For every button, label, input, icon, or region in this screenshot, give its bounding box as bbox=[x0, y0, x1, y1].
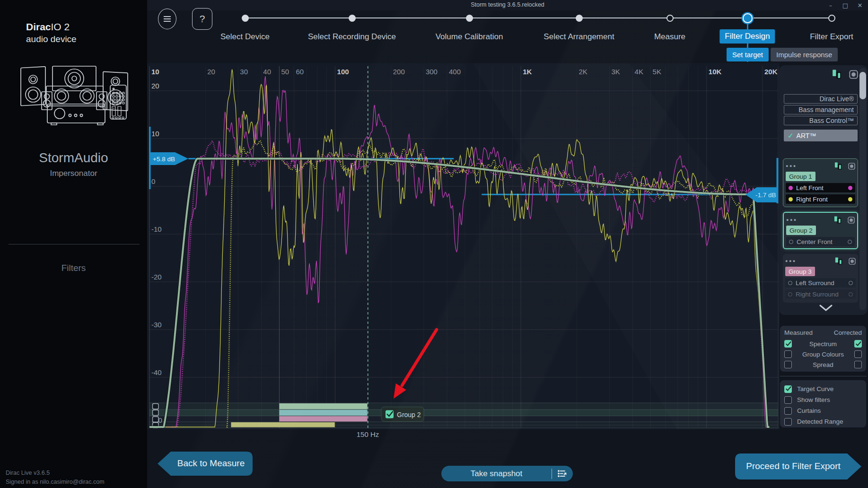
step-label-volume-calibration[interactable]: Volume Calibration bbox=[436, 32, 503, 42]
option-label: Target Curve bbox=[797, 385, 833, 392]
group-card-2[interactable]: ●●● Group 2 Center Front bbox=[783, 212, 858, 249]
measured-corrected-legend: Measured Corrected Spectrum Group Colour… bbox=[780, 326, 866, 372]
step-dot-select-recording-device[interactable] bbox=[349, 15, 356, 22]
filter-range-bar[interactable] bbox=[231, 422, 334, 427]
snapshot-list-icon bbox=[558, 470, 567, 478]
app-root: DiracIO 2 audio device bbox=[0, 0, 868, 488]
step-dot-volume-calibration[interactable] bbox=[466, 15, 473, 22]
filter-range-bar[interactable] bbox=[279, 416, 367, 422]
measured-spectrum-checkbox[interactable] bbox=[784, 340, 792, 348]
mode-button-dirac-live-[interactable]: Dirac Live® bbox=[784, 94, 858, 104]
step-label-select-recording-device[interactable]: Select Recording Device bbox=[308, 32, 396, 42]
legend-row-label: Group Colours bbox=[792, 351, 854, 358]
group-chip[interactable]: Group 2 bbox=[786, 226, 816, 235]
y-tick-label: -20 bbox=[151, 273, 162, 281]
chart-group-tooltip[interactable]: Group 2 bbox=[381, 407, 424, 422]
filter-range-bar[interactable] bbox=[279, 410, 367, 416]
curtains-checkbox[interactable] bbox=[784, 407, 792, 415]
groups-scroll-down-chevron[interactable] bbox=[815, 303, 837, 313]
channel-row-right-front[interactable]: Right Front bbox=[786, 194, 855, 204]
proceed-to-filter-export-button[interactable]: Proceed to Filter Export bbox=[734, 452, 862, 481]
group-layers-icon[interactable] bbox=[834, 216, 842, 224]
group-chip[interactable]: Group 3 bbox=[785, 267, 815, 276]
corrected-spread-checkbox[interactable] bbox=[854, 361, 862, 368]
art-toggle-button[interactable]: ✓ ART™ bbox=[784, 130, 858, 141]
x-tick-label: 40 bbox=[263, 68, 271, 76]
group-layers-icon[interactable] bbox=[834, 162, 842, 170]
group-menu-dots[interactable]: ●●● bbox=[785, 259, 835, 263]
legend-row-label: Spread bbox=[792, 361, 854, 368]
tab-set-target[interactable]: Set target bbox=[727, 48, 769, 61]
group-layers-icon[interactable] bbox=[835, 257, 842, 265]
take-snapshot-button[interactable]: Take snapshot bbox=[441, 466, 573, 481]
option-label: Show filters bbox=[797, 396, 830, 403]
filter-row-checkbox[interactable] bbox=[153, 404, 159, 410]
channel-row-left-surround[interactable]: Left Surround bbox=[785, 278, 856, 288]
app-version-info: Dirac Live v3.6.5 Signed in as nilo.casi… bbox=[6, 469, 105, 487]
snapshot-list-button[interactable] bbox=[552, 470, 573, 478]
group-target-icon[interactable] bbox=[848, 163, 855, 170]
tab-impulse-response[interactable]: Impulse response bbox=[771, 48, 838, 61]
group-card-1[interactable]: ●●● Group 1 Left Front Right Front bbox=[783, 158, 858, 207]
channel-row-left-front[interactable]: Left Front bbox=[786, 183, 855, 192]
group-target-icon[interactable] bbox=[849, 70, 858, 79]
option-label: Curtains bbox=[797, 407, 821, 414]
corrected-group-colours-checkbox[interactable] bbox=[854, 350, 862, 358]
measured-group-colours-checkbox[interactable] bbox=[784, 350, 792, 358]
mode-button-bass-management[interactable]: Bass management bbox=[784, 105, 858, 114]
group-layers-icon[interactable] bbox=[832, 70, 842, 79]
channel-empty-dot bbox=[849, 292, 853, 296]
x-tick-label: 10 bbox=[151, 68, 159, 76]
option-row-target-curve: Target Curve bbox=[784, 383, 862, 394]
option-label: Detected Range bbox=[797, 418, 843, 425]
sidebar-item-filters[interactable]: Filters bbox=[0, 263, 147, 273]
corrected-spectrum-checkbox[interactable] bbox=[854, 340, 862, 348]
step-label-select-device[interactable]: Select Device bbox=[220, 32, 270, 42]
group-menu-dots[interactable]: ●●● bbox=[786, 164, 834, 168]
step-dot-filter-design[interactable] bbox=[743, 13, 753, 23]
step-dot-filter-export[interactable] bbox=[828, 15, 835, 22]
show-filters-checkbox[interactable] bbox=[784, 396, 792, 404]
step-label-select-arrangement[interactable]: Select Arrangement bbox=[544, 32, 614, 42]
measured-spread-checkbox[interactable] bbox=[784, 361, 792, 368]
x-tick-label: 10K bbox=[709, 68, 722, 76]
minimize-button[interactable]: – bbox=[826, 1, 835, 9]
filter-row-checkbox[interactable] bbox=[153, 410, 159, 416]
filter-rows bbox=[149, 403, 778, 428]
mode-button-bass-control-[interactable]: Bass Control™ bbox=[784, 116, 858, 125]
target-curve-checkbox[interactable] bbox=[784, 385, 792, 393]
art-check-icon: ✓ bbox=[788, 131, 794, 140]
maximize-button[interactable]: □ bbox=[841, 1, 850, 9]
group-target-icon[interactable] bbox=[849, 258, 856, 265]
groups-scrollbar[interactable] bbox=[859, 68, 866, 310]
step-dot-select-device[interactable] bbox=[242, 15, 249, 22]
channel-row-right-surround[interactable]: Right Surround bbox=[785, 289, 856, 299]
step-label-measure[interactable]: Measure bbox=[654, 32, 685, 42]
group-chip[interactable]: Group 1 bbox=[786, 172, 815, 181]
group-target-icon[interactable] bbox=[848, 217, 855, 224]
hamburger-menu-button[interactable] bbox=[158, 9, 176, 29]
step-dot-select-arrangement[interactable] bbox=[576, 15, 583, 22]
detected-range-checkbox[interactable] bbox=[784, 418, 792, 426]
step-label-filter-design[interactable]: Filter Design bbox=[719, 29, 775, 44]
group-card-3[interactable]: ●●● Group 3 Left Surround Right Surround bbox=[783, 254, 858, 303]
scrollbar-thumb[interactable] bbox=[859, 72, 866, 99]
sidebar: DiracIO 2 audio device bbox=[0, 0, 147, 488]
back-to-measure-button[interactable]: Back to Measure bbox=[157, 450, 254, 477]
legend-row-spectrum: Spectrum bbox=[784, 339, 862, 349]
tooltip-label: Group 2 bbox=[397, 411, 421, 418]
y-tick-label: -30 bbox=[151, 321, 162, 329]
step-label-filter-export[interactable]: Filter Export bbox=[810, 32, 853, 42]
close-button[interactable]: ✕ bbox=[856, 1, 864, 9]
filter-row-checkbox[interactable] bbox=[153, 417, 159, 422]
channel-row-center-front[interactable]: Center Front bbox=[786, 237, 855, 246]
step-dot-measure[interactable] bbox=[666, 15, 674, 22]
snapshot-button-label: Take snapshot bbox=[441, 469, 552, 479]
legend-row-label: Spectrum bbox=[792, 340, 854, 348]
filter-range-bar[interactable] bbox=[279, 403, 367, 410]
help-button[interactable]: ? bbox=[192, 8, 212, 30]
check-icon bbox=[855, 341, 861, 347]
filter-design-subtabs: Set targetImpulse response bbox=[727, 48, 838, 62]
group-menu-dots[interactable]: ●●● bbox=[786, 218, 834, 222]
y-tick-label: -40 bbox=[151, 368, 162, 376]
